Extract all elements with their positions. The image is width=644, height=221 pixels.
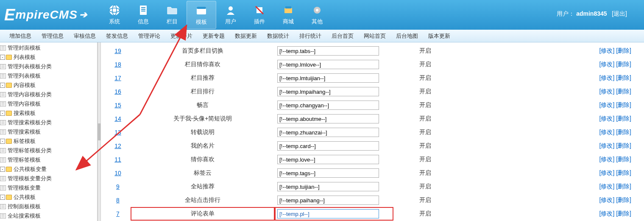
tree-label[interactable]: 管理列表模板分类 xyxy=(8,63,52,70)
tree-label[interactable]: 管理搜索模板分类 xyxy=(8,119,52,126)
tree-node[interactable]: -公共模板 xyxy=(0,193,97,202)
tree-label[interactable]: 管理内容模板 xyxy=(8,101,41,107)
var-input[interactable] xyxy=(277,209,379,218)
tree-label[interactable]: 控制面板模板 xyxy=(8,203,41,210)
sub-nav-item[interactable]: 签发信息 xyxy=(101,32,133,40)
delete-link[interactable]: [删除] xyxy=(616,142,631,149)
row-id-link[interactable]: 13 xyxy=(114,129,121,136)
tree-toggle-icon[interactable]: - xyxy=(0,195,5,200)
sub-nav-item[interactable]: 后台首页 xyxy=(326,32,359,40)
tree-toggle-icon[interactable]: - xyxy=(0,139,5,144)
row-id-link[interactable]: 16 xyxy=(114,88,121,95)
row-id-link[interactable]: 18 xyxy=(114,61,121,68)
sub-nav-item[interactable]: 后台地图 xyxy=(391,32,423,40)
row-id-link[interactable]: 14 xyxy=(114,115,121,122)
tree-label[interactable]: 全站搜索模板 xyxy=(8,213,41,219)
delete-link[interactable]: [删除] xyxy=(616,210,631,217)
top-nav-window[interactable]: 模板 xyxy=(187,1,216,29)
var-input[interactable] xyxy=(277,182,379,191)
tree-node[interactable]: 管理标签模板 xyxy=(0,155,97,165)
tree-node[interactable]: 控制面板模板 xyxy=(0,202,97,211)
var-input[interactable] xyxy=(277,73,379,83)
tree-toggle-icon[interactable]: - xyxy=(0,167,5,172)
tree-node[interactable]: 管理列表模板 xyxy=(0,71,97,81)
var-input[interactable] xyxy=(277,128,379,137)
edit-link[interactable]: [修改] xyxy=(599,156,615,162)
row-id-link[interactable]: 15 xyxy=(114,102,121,109)
row-id-link[interactable]: 8 xyxy=(116,197,120,204)
top-nav-folder[interactable]: 栏目 xyxy=(158,1,187,29)
tree-toggle-icon[interactable]: - xyxy=(0,55,5,60)
row-id-link[interactable]: 10 xyxy=(114,170,121,176)
tree-label[interactable]: 管理模板变量 xyxy=(8,185,41,191)
row-id-link[interactable]: 11 xyxy=(114,156,121,163)
var-input[interactable] xyxy=(277,101,379,110)
pane-divider[interactable] xyxy=(98,42,101,221)
top-nav-doc[interactable]: 信息 xyxy=(129,1,158,29)
edit-link[interactable]: [修改] xyxy=(599,115,615,122)
edit-link[interactable]: [修改] xyxy=(599,129,615,135)
tree-node[interactable]: -公共模板变量 xyxy=(0,165,97,174)
tree-node[interactable]: 管理内容模板分类 xyxy=(0,90,97,99)
tree-node[interactable]: 管理列表模板分类 xyxy=(0,62,97,71)
edit-link[interactable]: [修改] xyxy=(599,47,615,54)
sub-nav-item[interactable]: 管理评论 xyxy=(133,32,165,40)
tree-label[interactable]: 管理搜索模板 xyxy=(8,129,41,135)
tree-node[interactable]: 管理内容模板 xyxy=(0,99,97,109)
delete-link[interactable]: [删除] xyxy=(616,115,631,122)
delete-link[interactable]: [删除] xyxy=(616,196,631,203)
edit-link[interactable]: [修改] xyxy=(599,196,615,203)
tree-node[interactable]: 管理搜索模板分类 xyxy=(0,118,97,127)
delete-link[interactable]: [删除] xyxy=(616,169,631,176)
tree-node[interactable]: -搜索模板 xyxy=(0,109,97,118)
row-id-link[interactable]: 7 xyxy=(116,210,120,217)
tree-node[interactable]: 管理搜索模板 xyxy=(0,127,97,137)
row-id-link[interactable]: 19 xyxy=(114,48,121,54)
tree-label[interactable]: 公共模板 xyxy=(14,194,36,200)
sub-nav-item[interactable]: 排行统计 xyxy=(294,32,326,40)
edit-link[interactable]: [修改] xyxy=(599,74,615,81)
tree-label[interactable]: 管理标签模板 xyxy=(8,157,41,163)
top-nav-shop[interactable]: 商城 xyxy=(274,1,303,29)
edit-link[interactable]: [修改] xyxy=(599,183,615,190)
logout-link[interactable]: [退出] xyxy=(612,10,627,17)
top-nav-plugin[interactable]: 插件 xyxy=(245,1,274,29)
edit-link[interactable]: [修改] xyxy=(599,169,615,176)
delete-link[interactable]: [删除] xyxy=(616,47,631,54)
var-input[interactable] xyxy=(277,114,379,123)
edit-link[interactable]: [修改] xyxy=(599,210,615,217)
sub-nav-item[interactable]: 数据统计 xyxy=(262,32,294,40)
sub-nav-item[interactable]: 版本更新 xyxy=(423,32,455,40)
var-input[interactable] xyxy=(277,87,379,96)
tree-node[interactable]: 管理模板变量分类 xyxy=(0,174,97,183)
var-input[interactable] xyxy=(277,196,379,205)
top-nav-globe[interactable]: 系统 xyxy=(100,1,129,29)
tree-node[interactable]: 管理封面模板 xyxy=(0,43,97,53)
var-input[interactable] xyxy=(277,46,379,56)
tree-label[interactable]: 搜索模板 xyxy=(14,110,36,116)
delete-link[interactable]: [删除] xyxy=(616,156,631,162)
sub-nav-item[interactable]: 管理信息 xyxy=(36,32,69,40)
tree-node[interactable]: 全站搜索模板 xyxy=(0,211,97,221)
tree-node[interactable]: -内容模板 xyxy=(0,81,97,90)
sub-nav-item[interactable]: 更新碎片 xyxy=(165,32,198,40)
delete-link[interactable]: [删除] xyxy=(616,183,631,190)
top-nav-gear[interactable]: 其他 xyxy=(303,1,332,29)
top-nav-user[interactable]: 用户 xyxy=(216,1,245,29)
sub-nav-item[interactable]: 网站首页 xyxy=(359,32,391,40)
delete-link[interactable]: [删除] xyxy=(616,88,631,95)
tree-toggle-icon[interactable]: - xyxy=(0,83,5,88)
tree-label[interactable]: 管理内容模板分类 xyxy=(8,91,52,98)
var-input[interactable] xyxy=(277,141,379,151)
tree-toggle-icon[interactable]: - xyxy=(0,111,5,116)
tree-node[interactable]: -标签模板 xyxy=(0,137,97,146)
var-input[interactable] xyxy=(277,60,379,69)
delete-link[interactable]: [删除] xyxy=(616,129,631,135)
sub-nav-item[interactable]: 更新专题 xyxy=(198,32,230,40)
row-id-link[interactable]: 17 xyxy=(114,75,121,81)
var-input[interactable] xyxy=(277,168,379,178)
edit-link[interactable]: [修改] xyxy=(599,142,615,149)
sub-nav-item[interactable]: 审核信息 xyxy=(69,32,101,40)
delete-link[interactable]: [删除] xyxy=(616,101,631,108)
tree-label[interactable]: 公共模板变量 xyxy=(14,166,47,172)
